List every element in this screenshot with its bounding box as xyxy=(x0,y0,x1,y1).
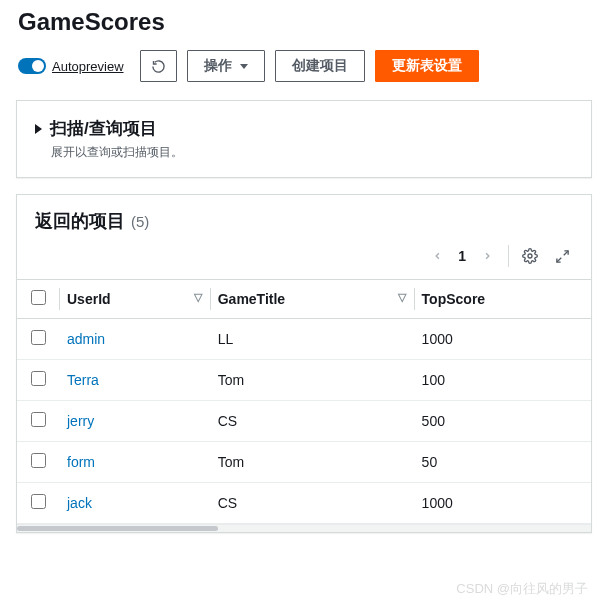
settings-button[interactable] xyxy=(519,245,541,267)
svg-point-0 xyxy=(528,254,532,258)
button-group: 操作 创建项目 更新表设置 xyxy=(140,50,479,82)
userid-link[interactable]: jack xyxy=(67,495,92,511)
chevron-left-icon xyxy=(432,249,443,263)
fullscreen-button[interactable] xyxy=(551,245,573,267)
topscore-cell: 1000 xyxy=(414,483,591,524)
page-title: GameScores xyxy=(0,0,608,50)
topscore-cell: 500 xyxy=(414,401,591,442)
horizontal-scrollbar[interactable] xyxy=(17,524,591,532)
page-number: 1 xyxy=(458,248,466,264)
refresh-icon xyxy=(151,59,166,74)
table-row: jackCS1000 xyxy=(17,483,591,524)
col-topscore[interactable]: TopScore xyxy=(414,280,591,319)
sort-icon: ▽ xyxy=(398,291,406,304)
update-settings-button[interactable]: 更新表设置 xyxy=(375,50,479,82)
refresh-button[interactable] xyxy=(140,50,177,82)
gametitle-cell: Tom xyxy=(210,360,414,401)
col-gametitle[interactable]: GameTitle▽ xyxy=(210,280,414,319)
row-checkbox[interactable] xyxy=(31,494,46,509)
results-table: UserId▽ GameTitle▽ TopScore adminLL1000T… xyxy=(17,279,591,524)
userid-link[interactable]: jerry xyxy=(67,413,94,429)
userid-link[interactable]: form xyxy=(67,454,95,470)
pager: 1 xyxy=(17,235,591,279)
autopreview-toggle[interactable] xyxy=(18,58,46,74)
row-checkbox[interactable] xyxy=(31,412,46,427)
caret-right-icon xyxy=(35,124,42,134)
autopreview-label[interactable]: Autopreview xyxy=(52,59,124,74)
separator xyxy=(508,245,509,267)
table-row: formTom50 xyxy=(17,442,591,483)
prev-page-button[interactable] xyxy=(426,245,448,267)
userid-link[interactable]: admin xyxy=(67,331,105,347)
row-checkbox[interactable] xyxy=(31,371,46,386)
gametitle-cell: CS xyxy=(210,401,414,442)
scan-query-panel[interactable]: 扫描/查询项目 展开以查询或扫描项目。 xyxy=(16,100,592,178)
row-checkbox[interactable] xyxy=(31,330,46,345)
topscore-cell: 1000 xyxy=(414,319,591,360)
userid-link[interactable]: Terra xyxy=(67,372,99,388)
topscore-cell: 50 xyxy=(414,442,591,483)
gametitle-cell: LL xyxy=(210,319,414,360)
col-gametitle-label: GameTitle xyxy=(218,291,285,307)
actions-button[interactable]: 操作 xyxy=(187,50,265,82)
actions-button-label: 操作 xyxy=(204,57,232,75)
gametitle-cell: CS xyxy=(210,483,414,524)
col-userid[interactable]: UserId▽ xyxy=(59,280,210,319)
topscore-cell: 100 xyxy=(414,360,591,401)
results-title: 返回的项目 xyxy=(35,209,125,233)
chevron-right-icon xyxy=(482,249,493,263)
col-topscore-label: TopScore xyxy=(422,291,486,307)
autopreview-toggle-wrap: Autopreview xyxy=(18,58,124,74)
results-panel: 返回的项目 (5) 1 UserId▽ GameTitle▽ TopScore … xyxy=(16,194,592,533)
next-page-button[interactable] xyxy=(476,245,498,267)
results-count: (5) xyxy=(131,213,149,230)
col-userid-label: UserId xyxy=(67,291,111,307)
expand-icon xyxy=(555,249,570,264)
caret-down-icon xyxy=(240,64,248,69)
toolbar: Autopreview 操作 创建项目 更新表设置 xyxy=(0,50,608,100)
table-row: adminLL1000 xyxy=(17,319,591,360)
row-checkbox[interactable] xyxy=(31,453,46,468)
scan-title: 扫描/查询项目 xyxy=(50,117,157,140)
select-all-checkbox[interactable] xyxy=(31,290,46,305)
sort-icon: ▽ xyxy=(194,291,202,304)
gear-icon xyxy=(522,248,538,264)
scan-title-row: 扫描/查询项目 xyxy=(35,117,573,140)
table-row: jerryCS500 xyxy=(17,401,591,442)
table-row: TerraTom100 xyxy=(17,360,591,401)
create-item-button[interactable]: 创建项目 xyxy=(275,50,365,82)
gametitle-cell: Tom xyxy=(210,442,414,483)
results-header: 返回的项目 (5) xyxy=(17,195,591,235)
scan-subtitle: 展开以查询或扫描项目。 xyxy=(51,144,573,161)
